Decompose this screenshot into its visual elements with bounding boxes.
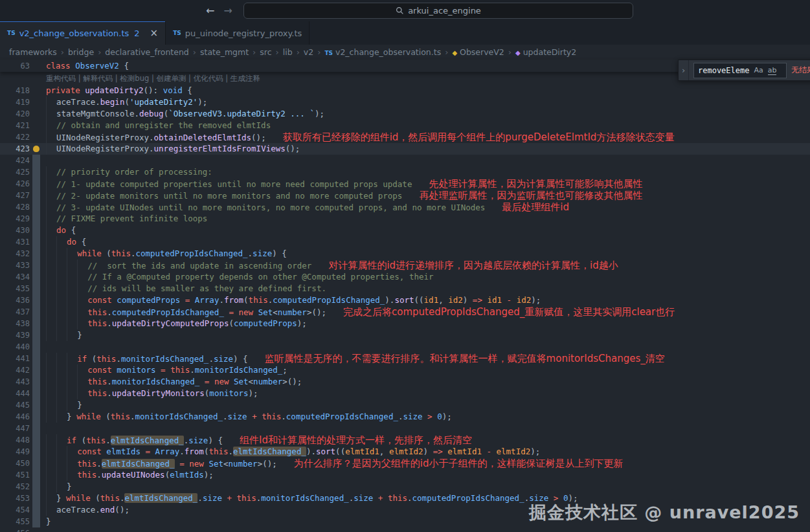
code-line-445[interactable]: 445 } bbox=[0, 399, 810, 411]
breadcrumb-item-updateDirty2[interactable]: ◆ updateDirty2 bbox=[515, 47, 576, 57]
code-line-439[interactable]: 439 } bbox=[0, 329, 810, 341]
indent-guide bbox=[56, 411, 67, 423]
breadcrumb-item-v2[interactable]: v2 bbox=[304, 47, 313, 57]
code-text: } bbox=[46, 481, 810, 493]
breadcrumb-item-declarative_frontend[interactable]: declarative_frontend bbox=[105, 47, 188, 57]
code-line-427[interactable]: 427 // 2- update monitors until no more … bbox=[0, 190, 810, 201]
line-number: 455 bbox=[0, 516, 30, 527]
code-line-428[interactable]: 428 // 3- update UINodes until no more m… bbox=[0, 201, 810, 213]
find-replace-chevron-icon[interactable]: › bbox=[679, 60, 689, 80]
code-line-424[interactable]: 424 bbox=[0, 155, 810, 166]
code-line-437[interactable]: 437 this.computedPropIdsChanged_ = new S… bbox=[0, 306, 810, 318]
code-area[interactable]: 418private updateDirty2(): void {419 ace… bbox=[0, 85, 810, 532]
code-line-442[interactable]: 442 const monitors = this.monitorIdsChan… bbox=[0, 364, 810, 376]
match-case-toggle[interactable]: Aa bbox=[754, 66, 763, 74]
tab-v2_change_observation.ts[interactable]: TSv2_change_observation.ts2× bbox=[0, 21, 166, 45]
code-line-454[interactable]: 454 aceTrace.end(); bbox=[0, 504, 810, 516]
breadcrumb-item-v2_change_observation.ts[interactable]: TS v2_change_observation.ts bbox=[324, 47, 441, 57]
gutter bbox=[30, 108, 42, 120]
code-line-446[interactable]: 446 } while (this.monitorIdsChanged_.siz… bbox=[0, 411, 810, 423]
line-number: 439 bbox=[0, 329, 30, 341]
indent-guide bbox=[77, 364, 87, 376]
line-number: 442 bbox=[0, 364, 30, 376]
line-number: 424 bbox=[0, 155, 30, 166]
indent-guide bbox=[56, 306, 67, 318]
symbol-method-icon: ◆ bbox=[515, 49, 521, 56]
line-number: 443 bbox=[0, 376, 30, 388]
code-line-440[interactable]: 440 bbox=[0, 341, 810, 353]
code-line-438[interactable]: 438 this.updateDirtyComputedProps(comput… bbox=[0, 318, 810, 329]
breadcrumb-item-state_mgmt[interactable]: state_mgmt bbox=[200, 47, 249, 57]
code-line-455[interactable]: 455} bbox=[0, 516, 810, 527]
code-line-420[interactable]: 420 stateMgmtConsole.debug(`ObservedV3.u… bbox=[0, 108, 810, 120]
indent-guide bbox=[56, 260, 67, 271]
close-icon[interactable]: × bbox=[150, 28, 159, 38]
code-line-453[interactable]: 453 } while (this.elmtIdsChanged_.size +… bbox=[0, 493, 810, 504]
code-annotation: 获取所有已经移除的组件id，然后调用每个组件上的purgeDeleteElmtI… bbox=[283, 131, 675, 143]
find-no-results-message: 无结果 bbox=[791, 65, 810, 76]
code-line-448[interactable]: 448 if (this.elmtIdsChanged_.size) {组件Id… bbox=[0, 434, 810, 446]
code-line-433[interactable]: 433 // sort the ids and update in ascend… bbox=[0, 260, 810, 271]
code-text: if (this.monitorIdsChanged_.size) {监听属性是… bbox=[46, 353, 810, 364]
back-arrow-icon[interactable]: ← bbox=[206, 5, 214, 17]
indent-guide bbox=[67, 271, 77, 283]
code-line-431[interactable]: 431 do { bbox=[0, 236, 810, 248]
breadcrumb-item-ObserveV2[interactable]: ◆ ObserveV2 bbox=[452, 47, 504, 57]
code-line-444[interactable]: 444 this.updateDirtyMonitors(monitors); bbox=[0, 388, 810, 399]
code-line-63[interactable]: 63class ObserveV2 { bbox=[0, 60, 129, 72]
tab-pu_uinode_registry_proxy.ts[interactable]: TSpu_uinode_registry_proxy.ts bbox=[166, 21, 309, 45]
indent-guide bbox=[56, 364, 67, 376]
breadcrumb-item-lib[interactable]: lib bbox=[283, 47, 293, 57]
code-text: do { bbox=[46, 225, 810, 236]
indent-guide bbox=[77, 376, 87, 388]
code-text bbox=[46, 423, 810, 434]
code-line-432[interactable]: 432 while (this.computedPropIdsChanged_.… bbox=[0, 248, 810, 260]
breadcrumb-label: v2_change_observation.ts bbox=[335, 47, 441, 57]
breadcrumb-label: state_mgmt bbox=[200, 47, 249, 57]
lightbulb-icon[interactable] bbox=[33, 146, 39, 152]
breadcrumb-separator-icon: › bbox=[193, 47, 196, 57]
ts-file-icon: TS bbox=[324, 50, 333, 56]
code-line-422[interactable]: 422 UINodeRegisterProxy.obtainDeletedElm… bbox=[0, 131, 810, 143]
indent-guide bbox=[46, 469, 56, 481]
code-line-418[interactable]: 418private updateDirty2(): void { bbox=[0, 85, 810, 96]
gutter bbox=[30, 225, 42, 236]
code-line-435[interactable]: 435 // ids will be smaller as they are d… bbox=[0, 283, 810, 294]
command-center-search[interactable]: arkui_ace_engine bbox=[243, 3, 633, 19]
line-number: 446 bbox=[0, 411, 30, 423]
forward-arrow-icon[interactable]: → bbox=[223, 5, 232, 17]
line-number: 438 bbox=[0, 318, 30, 329]
line-number: 448 bbox=[0, 434, 30, 446]
code-line-449[interactable]: 449 const elmtIds = Array.from(this.elmt… bbox=[0, 446, 810, 458]
code-line-419[interactable]: 419 aceTrace.begin('updateDirty2'); bbox=[0, 96, 810, 108]
code-line-421[interactable]: 421 // obtain and unregister the removed… bbox=[0, 120, 810, 131]
code-line-447[interactable]: 447 bbox=[0, 423, 810, 434]
code-line-452[interactable]: 452 } bbox=[0, 481, 810, 493]
code-line-426[interactable]: 426 // 1- update computed properties unt… bbox=[0, 178, 810, 190]
find-input[interactable]: removeEleme Aa ab bbox=[693, 63, 787, 78]
line-number: 422 bbox=[0, 131, 30, 143]
code-text: const monitors = this.monitorIdsChanged_… bbox=[46, 364, 810, 376]
breadcrumb-separator-icon: › bbox=[61, 47, 64, 57]
code-line-450[interactable]: 450 this.elmtIdsChanged_ = new Set<numbe… bbox=[0, 458, 810, 469]
code-line-451[interactable]: 451 this.updateUINodes(elmtIds); bbox=[0, 469, 810, 481]
code-annotation: 先处理计算属性，因为计算属性可能影响其他属性 bbox=[429, 178, 642, 190]
code-line-423[interactable]: 423 UINodeRegisterProxy.unregisterElmtId… bbox=[0, 143, 810, 155]
code-line-436[interactable]: 436 const computedProps = Array.from(thi… bbox=[0, 294, 810, 306]
breadcrumb-item-frameworks[interactable]: frameworks bbox=[9, 47, 57, 57]
code-line-434[interactable]: 434 // If a @Computed property depends o… bbox=[0, 271, 810, 283]
code-line-425[interactable]: 425 // priority order of processing: bbox=[0, 166, 810, 178]
code-line-441[interactable]: 441 if (this.monitorIdsChanged_.size) {监… bbox=[0, 353, 810, 364]
code-line-429[interactable]: 429 // FIXME prevent infinite loops bbox=[0, 213, 810, 225]
code-text: this.computedPropIdsChanged_ = new Set<n… bbox=[46, 306, 810, 318]
code-line-443[interactable]: 443 this.monitorIdsChanged_ = new Set<nu… bbox=[0, 376, 810, 388]
code-line-430[interactable]: 430 do { bbox=[0, 225, 810, 236]
indent-guide bbox=[46, 434, 56, 446]
breadcrumb-item-bridge[interactable]: bridge bbox=[68, 47, 94, 57]
indent-guide bbox=[67, 306, 77, 318]
breadcrumb-item-src[interactable]: src bbox=[260, 47, 271, 57]
line-number: 444 bbox=[0, 388, 30, 399]
whole-word-toggle[interactable]: ab bbox=[768, 66, 777, 75]
code-line-456[interactable]: 456 bbox=[0, 527, 810, 532]
code-annotation: 完成之后将computedPropIdsChanged_重新赋值，这里其实调用c… bbox=[343, 306, 675, 318]
